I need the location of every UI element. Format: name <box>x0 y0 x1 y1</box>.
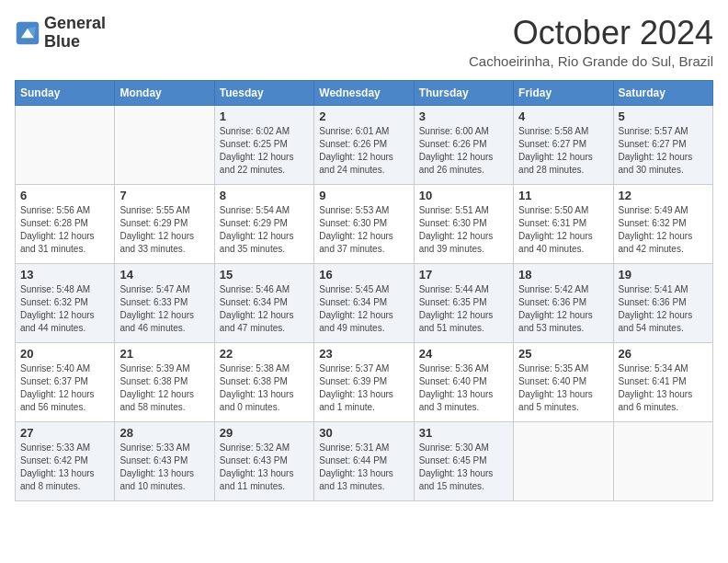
day-info: Sunrise: 5:35 AM Sunset: 6:40 PM Dayligh… <box>518 362 608 414</box>
day-info: Sunrise: 5:36 AM Sunset: 6:40 PM Dayligh… <box>419 362 508 414</box>
day-info: Sunrise: 5:40 AM Sunset: 6:37 PM Dayligh… <box>20 362 109 414</box>
day-info: Sunrise: 5:33 AM Sunset: 6:42 PM Dayligh… <box>20 442 109 493</box>
day-info: Sunrise: 6:01 AM Sunset: 6:26 PM Dayligh… <box>319 125 408 177</box>
day-number: 13 <box>20 268 109 282</box>
calendar-day-cell: 11Sunrise: 5:50 AM Sunset: 6:31 PM Dayli… <box>514 184 613 263</box>
day-info: Sunrise: 5:57 AM Sunset: 6:27 PM Dayligh… <box>619 125 708 177</box>
calendar-day-cell: 21Sunrise: 5:39 AM Sunset: 6:38 PM Dayli… <box>115 342 214 421</box>
day-info: Sunrise: 5:58 AM Sunset: 6:27 PM Dayligh… <box>518 125 608 177</box>
calendar-day-cell: 3Sunrise: 6:00 AM Sunset: 6:26 PM Daylig… <box>414 105 513 184</box>
day-number: 9 <box>319 189 408 202</box>
calendar-day-cell: 2Sunrise: 6:01 AM Sunset: 6:26 PM Daylig… <box>314 105 414 184</box>
day-number: 16 <box>319 268 408 282</box>
calendar-day-cell: 24Sunrise: 5:36 AM Sunset: 6:40 PM Dayli… <box>414 342 513 421</box>
day-number: 20 <box>20 347 109 361</box>
calendar-day-cell: 16Sunrise: 5:45 AM Sunset: 6:34 PM Dayli… <box>314 263 414 342</box>
day-number: 27 <box>20 426 109 440</box>
calendar-day-cell: 27Sunrise: 5:33 AM Sunset: 6:42 PM Dayli… <box>16 421 115 500</box>
calendar-header-row: SundayMondayTuesdayWednesdayThursdayFrid… <box>16 80 713 105</box>
day-number: 3 <box>419 109 508 123</box>
calendar-day-cell: 9Sunrise: 5:53 AM Sunset: 6:30 PM Daylig… <box>314 184 414 263</box>
day-info: Sunrise: 5:37 AM Sunset: 6:39 PM Dayligh… <box>319 362 408 414</box>
title-block: October 2024 Cachoeirinha, Rio Grande do… <box>469 15 713 69</box>
calendar-day-cell: 25Sunrise: 5:35 AM Sunset: 6:40 PM Dayli… <box>514 342 613 421</box>
calendar-week-row: 27Sunrise: 5:33 AM Sunset: 6:42 PM Dayli… <box>16 421 713 500</box>
calendar-day-cell <box>514 421 613 500</box>
day-number: 15 <box>220 268 309 282</box>
calendar-day-cell: 28Sunrise: 5:33 AM Sunset: 6:43 PM Dayli… <box>115 421 214 500</box>
day-number: 7 <box>119 189 209 202</box>
calendar-day-cell: 10Sunrise: 5:51 AM Sunset: 6:30 PM Dayli… <box>414 184 513 263</box>
day-number: 26 <box>619 347 708 361</box>
day-info: Sunrise: 5:33 AM Sunset: 6:43 PM Dayligh… <box>119 442 209 493</box>
weekday-header: Tuesday <box>214 80 313 105</box>
calendar-day-cell: 14Sunrise: 5:47 AM Sunset: 6:33 PM Dayli… <box>115 263 214 342</box>
day-number: 23 <box>319 347 408 361</box>
calendar-day-cell: 19Sunrise: 5:41 AM Sunset: 6:36 PM Dayli… <box>613 263 712 342</box>
day-number: 10 <box>419 189 508 202</box>
day-info: Sunrise: 5:42 AM Sunset: 6:36 PM Dayligh… <box>518 283 608 335</box>
day-number: 28 <box>119 426 209 440</box>
day-info: Sunrise: 5:31 AM Sunset: 6:44 PM Dayligh… <box>319 442 408 493</box>
day-info: Sunrise: 5:49 AM Sunset: 6:32 PM Dayligh… <box>619 204 708 256</box>
calendar-day-cell: 20Sunrise: 5:40 AM Sunset: 6:37 PM Dayli… <box>16 342 115 421</box>
day-info: Sunrise: 5:44 AM Sunset: 6:35 PM Dayligh… <box>419 283 508 335</box>
calendar-day-cell: 6Sunrise: 5:56 AM Sunset: 6:28 PM Daylig… <box>16 184 115 263</box>
day-info: Sunrise: 5:51 AM Sunset: 6:30 PM Dayligh… <box>419 204 508 256</box>
calendar-day-cell <box>16 105 115 184</box>
day-number: 2 <box>319 109 408 123</box>
day-number: 19 <box>619 268 708 282</box>
day-info: Sunrise: 5:56 AM Sunset: 6:28 PM Dayligh… <box>20 204 109 256</box>
day-info: Sunrise: 5:38 AM Sunset: 6:38 PM Dayligh… <box>220 362 309 414</box>
day-info: Sunrise: 5:39 AM Sunset: 6:38 PM Dayligh… <box>119 362 209 414</box>
calendar-day-cell: 5Sunrise: 5:57 AM Sunset: 6:27 PM Daylig… <box>613 105 712 184</box>
logo: General Blue <box>15 15 106 52</box>
calendar-day-cell: 15Sunrise: 5:46 AM Sunset: 6:34 PM Dayli… <box>214 263 313 342</box>
calendar-day-cell: 18Sunrise: 5:42 AM Sunset: 6:36 PM Dayli… <box>514 263 613 342</box>
day-number: 21 <box>119 347 209 361</box>
day-number: 5 <box>619 109 708 123</box>
day-number: 31 <box>419 426 508 440</box>
day-number: 18 <box>518 268 608 282</box>
calendar-day-cell <box>115 105 214 184</box>
day-number: 29 <box>220 426 309 440</box>
calendar-week-row: 1Sunrise: 6:02 AM Sunset: 6:25 PM Daylig… <box>16 105 713 184</box>
day-number: 17 <box>419 268 508 282</box>
calendar-day-cell <box>613 421 712 500</box>
day-info: Sunrise: 5:45 AM Sunset: 6:34 PM Dayligh… <box>319 283 408 335</box>
day-info: Sunrise: 5:32 AM Sunset: 6:43 PM Dayligh… <box>220 442 309 493</box>
calendar-week-row: 13Sunrise: 5:48 AM Sunset: 6:32 PM Dayli… <box>16 263 713 342</box>
day-info: Sunrise: 6:00 AM Sunset: 6:26 PM Dayligh… <box>419 125 508 177</box>
calendar-day-cell: 23Sunrise: 5:37 AM Sunset: 6:39 PM Dayli… <box>314 342 414 421</box>
day-number: 22 <box>220 347 309 361</box>
day-info: Sunrise: 5:50 AM Sunset: 6:31 PM Dayligh… <box>518 204 608 256</box>
weekday-header: Saturday <box>613 80 712 105</box>
day-info: Sunrise: 5:46 AM Sunset: 6:34 PM Dayligh… <box>220 283 309 335</box>
calendar-day-cell: 31Sunrise: 5:30 AM Sunset: 6:45 PM Dayli… <box>414 421 513 500</box>
weekday-header: Wednesday <box>314 80 414 105</box>
day-info: Sunrise: 5:30 AM Sunset: 6:45 PM Dayligh… <box>419 442 508 493</box>
weekday-header: Monday <box>115 80 214 105</box>
page-header: General Blue October 2024 Cachoeirinha, … <box>15 15 713 69</box>
day-number: 4 <box>518 109 608 123</box>
day-info: Sunrise: 5:55 AM Sunset: 6:29 PM Dayligh… <box>119 204 209 256</box>
day-info: Sunrise: 5:48 AM Sunset: 6:32 PM Dayligh… <box>20 283 109 335</box>
weekday-header: Sunday <box>16 80 115 105</box>
day-number: 24 <box>419 347 508 361</box>
location-subtitle: Cachoeirinha, Rio Grande do Sul, Brazil <box>469 53 713 69</box>
calendar-day-cell: 13Sunrise: 5:48 AM Sunset: 6:32 PM Dayli… <box>16 263 115 342</box>
day-info: Sunrise: 5:41 AM Sunset: 6:36 PM Dayligh… <box>619 283 708 335</box>
calendar-day-cell: 30Sunrise: 5:31 AM Sunset: 6:44 PM Dayli… <box>314 421 414 500</box>
calendar-day-cell: 1Sunrise: 6:02 AM Sunset: 6:25 PM Daylig… <box>214 105 313 184</box>
calendar-week-row: 6Sunrise: 5:56 AM Sunset: 6:28 PM Daylig… <box>16 184 713 263</box>
day-number: 14 <box>119 268 209 282</box>
day-info: Sunrise: 6:02 AM Sunset: 6:25 PM Dayligh… <box>220 125 309 177</box>
weekday-header: Friday <box>514 80 613 105</box>
day-info: Sunrise: 5:54 AM Sunset: 6:29 PM Dayligh… <box>220 204 309 256</box>
calendar-day-cell: 29Sunrise: 5:32 AM Sunset: 6:43 PM Dayli… <box>214 421 313 500</box>
month-title: October 2024 <box>469 15 713 52</box>
calendar-day-cell: 17Sunrise: 5:44 AM Sunset: 6:35 PM Dayli… <box>414 263 513 342</box>
weekday-header: Thursday <box>414 80 513 105</box>
day-number: 1 <box>220 109 309 123</box>
day-number: 8 <box>220 189 309 202</box>
